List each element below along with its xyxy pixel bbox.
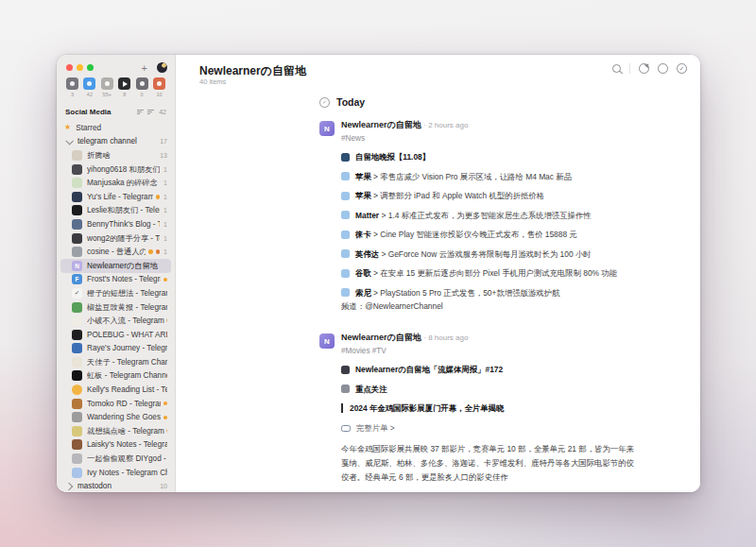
post-line-text: 自留地晚报【11.08】	[355, 152, 430, 162]
feed-label: 折腾啥	[87, 150, 156, 161]
custom-emoji-icon	[341, 172, 350, 180]
refresh-icon[interactable]	[639, 63, 649, 74]
feed-label: Kelly's Reading List - Telegram …	[87, 385, 167, 394]
add-subscription-button[interactable]: +	[142, 63, 147, 73]
sidebar-item[interactable]: 虹板 - Telegram Channel	[60, 369, 171, 384]
sidebar-item[interactable]: FFrost's Notes - Telegram Ch…	[60, 273, 171, 287]
sidebar-item[interactable]: POLEBUG - WHAT ARE YOU T…	[60, 328, 171, 342]
sidebar-item[interactable]: 折腾啥13	[60, 148, 171, 162]
sidebar-group-mastodon[interactable]: mastodon10	[60, 479, 171, 492]
custom-emoji-icon	[341, 366, 350, 374]
sidebar-item[interactable]: Manjusaka 的碎碎念 - Telegra…1	[60, 176, 171, 190]
filter-icon[interactable]	[147, 109, 154, 115]
sidebar-item[interactable]: 椒盐豆豉黄报 - Telegram Chann…	[60, 300, 171, 315]
sidebar-item[interactable]: 小破不入流 - Telegram Chann…	[60, 314, 171, 328]
sidebar-item[interactable]: Ivy Notes - Telegram Channel	[60, 466, 171, 480]
unread-count: 1	[163, 235, 167, 242]
feed-avatar-icon: ✓	[72, 288, 82, 299]
sidebar-item[interactable]: cosine - 普通人の日常…1	[60, 245, 171, 259]
sidebar-item[interactable]: wong2的随手分享 - Telegram…1	[60, 231, 171, 246]
unread-count: 1	[163, 194, 167, 200]
timeline: ✓ Today NNewlearnerの自留地 · 2 hours ago#Ne…	[319, 96, 637, 492]
post-body: 自留地晚报【11.08】苹果 > 零售店减少 Vision Pro 展示区域，让…	[341, 152, 637, 311]
feed-label: yihong0618 和朋友们的频道 - …	[87, 164, 160, 175]
toolbar-divider	[629, 63, 630, 74]
starred-badge-icon	[156, 195, 161, 199]
custom-emoji-icon	[341, 153, 350, 162]
check-circle-icon: ✓	[319, 97, 330, 108]
account-unread-count: 3	[71, 92, 74, 97]
sidebar-item[interactable]: ★Starred	[60, 121, 171, 135]
sidebar-item[interactable]: 一起偷偷观察 DIYgod - Telegra…	[60, 452, 171, 466]
account-unread-count: 55+	[103, 92, 112, 97]
sidebar-item[interactable]: Tomoko RD - Telegram Cha…	[60, 397, 171, 411]
feed-avatar-icon	[72, 439, 82, 450]
unread-count: 17	[160, 138, 167, 145]
post-avatar: N	[319, 121, 335, 136]
unread-count: 1	[163, 179, 167, 186]
feed-label: wong2的随手分享 - Telegram…	[87, 233, 160, 244]
feed-avatar-icon	[72, 426, 82, 436]
sidebar-item[interactable]: Laisky's Notes - Telegram Chan…	[60, 438, 171, 453]
feed-label: Ivy Notes - Telegram Channel	[87, 469, 167, 477]
mark-all-read-icon[interactable]: ✓	[677, 63, 687, 74]
account-unread-count: 0	[141, 92, 144, 97]
search-icon[interactable]	[612, 64, 621, 73]
sidebar-item[interactable]: 就想搞点啥 - Telegram Channel	[60, 424, 171, 438]
post[interactable]: NNewlearnerの自留地 · 8 hours ago#Movies #TV…	[319, 333, 637, 492]
starred-badge-icon	[163, 278, 168, 282]
post-timestamp: · 2 hours ago	[423, 121, 468, 129]
sort-icon[interactable]	[137, 109, 144, 115]
feed-avatar-icon	[72, 247, 82, 257]
close-window-button[interactable]	[66, 64, 73, 71]
feed-label: 天佳子 - Telegram Channel	[87, 357, 167, 368]
sidebar-item[interactable]: Wandering She Goes - Teleg…	[60, 410, 171, 424]
post-line-text: 苹果 > 零售店减少 Vision Pro 展示区域，让路给 M4 Mac 新品	[355, 172, 572, 181]
unread-count: 1	[163, 248, 167, 255]
sidebar-group-telegram-channel[interactable]: telegram channel17	[60, 135, 171, 149]
feed-avatar-icon	[72, 468, 82, 478]
star-icon: ★	[64, 124, 71, 131]
microphone-account-icon	[136, 77, 148, 90]
microphone-account[interactable]: 0	[135, 77, 149, 103]
post[interactable]: NNewlearnerの自留地 · 2 hours ago#News自留地晚报【…	[319, 120, 637, 311]
youtube-account[interactable]: 8	[117, 77, 131, 103]
twitter-account[interactable]: 42	[82, 77, 96, 103]
feed-avatar-icon	[72, 370, 82, 381]
youtube-account-icon	[118, 77, 130, 90]
feed-avatar-icon	[72, 330, 82, 340]
post-line-text: 重点关注	[355, 385, 387, 394]
sidebar-item[interactable]: 天佳子 - Telegram Channel	[60, 355, 171, 369]
sidebar-item[interactable]: BennyThink's Blog - Telegra…1	[60, 217, 171, 231]
section-title: Social Media	[65, 108, 133, 116]
post-line-link[interactable]: 完整片单 >	[341, 423, 637, 433]
feed-avatar-icon	[72, 316, 82, 326]
sidebar-item[interactable]: yihong0618 和朋友们的频道 - …1	[60, 162, 171, 177]
unread-filter-icon[interactable]	[658, 63, 668, 74]
today-header: ✓ Today	[319, 96, 637, 108]
minimize-window-button[interactable]	[77, 64, 83, 71]
post-line-text: 索尼 > PlayStation 5 Pro 正式发售，50+款增强版游戏护航	[355, 288, 559, 298]
custom-emoji-icon	[341, 269, 350, 278]
zoom-window-button[interactable]	[87, 64, 94, 71]
sidebar-item[interactable]: ✓橙子的短想法 - Telegram Chann…	[60, 286, 171, 300]
custom-emoji-icon	[341, 231, 350, 239]
sidebar-item[interactable]: Leslie和朋友们 - Telegram Ch…1	[60, 204, 171, 218]
rss-account[interactable]: 3	[65, 77, 79, 103]
post-line-text: 苹果 > 调整部分 iPad 和 Apple Watch 机型的折抵价格	[355, 191, 544, 200]
sidebar-item[interactable]: NNewlearnerの自留地	[60, 259, 171, 273]
sidebar-item[interactable]: Yu's Life - Telegram Chan…1	[60, 190, 171, 204]
sidebar-item[interactable]: Kelly's Reading List - Telegram …	[60, 383, 171, 397]
gallery-account[interactable]: 55+	[100, 77, 114, 103]
feed-label: telegram channel	[77, 137, 156, 145]
chevron-right-icon	[65, 482, 73, 489]
megaphone-account[interactable]: 10	[152, 77, 166, 103]
post-line-bullet: 索尼 > PlayStation 5 Pro 正式发售，50+款增强版游戏护航	[341, 288, 637, 298]
post-author: Newlearnerの自留地	[341, 333, 423, 342]
feed-label: 虹板 - Telegram Channel	[87, 370, 167, 381]
items-count: 40 items	[199, 77, 226, 86]
custom-emoji-icon	[341, 385, 350, 393]
profile-avatar-icon[interactable]	[157, 62, 167, 73]
sidebar-item[interactable]: Raye's Journey - Telegram Cha…	[60, 342, 171, 356]
post-line-bullet: 英伟达 > GeForce Now 云游戏服务将限制每月游戏时长为 100 小时	[341, 249, 637, 259]
